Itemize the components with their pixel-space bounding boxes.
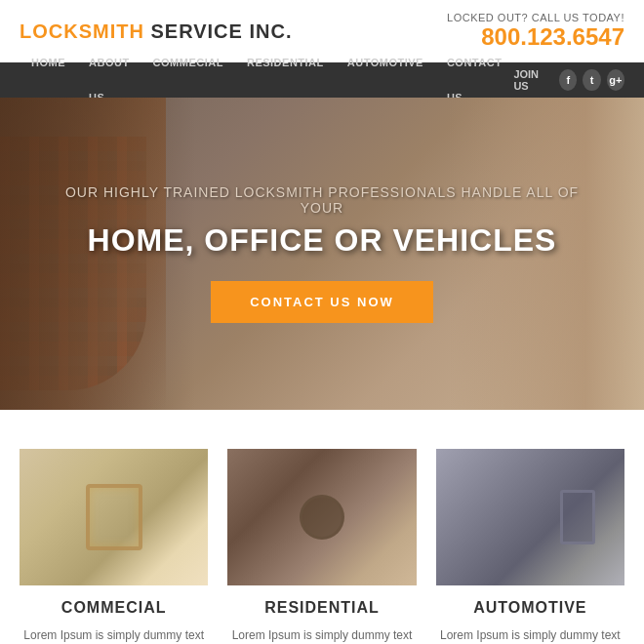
nav-social: JOIN US f t g+ <box>513 68 624 92</box>
join-label: JOIN US <box>513 68 549 92</box>
feature-desc-automotive: Lorem Ipsum is simply dummy text of the … <box>436 626 624 644</box>
site-logo: LOCKSMITH SERVICE INC. <box>20 20 292 43</box>
contact-us-button[interactable]: CONTACT US NOW <box>211 281 433 323</box>
logo-locksmith: LOCKSMITH <box>20 20 144 42</box>
feature-image-commercial <box>20 449 208 585</box>
feature-title-automotive: AUTOMOTIVE <box>436 599 624 617</box>
hero-section: Our Highly Trained Locksmith Professiona… <box>0 98 644 410</box>
features-section: COMMECIAL Lorem Ipsum is simply dummy te… <box>0 410 644 644</box>
main-nav: HOME ABOUT US COMMECIAL RESIDENTIAL AUTO… <box>0 62 644 98</box>
facebook-icon[interactable]: f <box>559 69 577 91</box>
feature-title-residential: RESIDENTIAL <box>227 599 416 617</box>
feature-title-commercial: COMMECIAL <box>20 599 208 617</box>
logo-service: SERVICE INC. <box>144 20 293 42</box>
hero-subtitle: Our Highly Trained Locksmith Professiona… <box>59 184 585 216</box>
feature-card-residential: RESIDENTIAL Lorem Ipsum is simply dummy … <box>227 449 416 644</box>
feature-desc-commercial: Lorem Ipsum is simply dummy text of the … <box>20 626 208 644</box>
hero-title: HOME, OFFICE OR VEHICLES <box>59 223 585 258</box>
feature-card-commercial: COMMECIAL Lorem Ipsum is simply dummy te… <box>20 449 208 644</box>
call-text: Locked Out? Call Us Today! <box>447 12 624 23</box>
feature-desc-residential: Lorem Ipsum is simply dummy text of the … <box>227 626 416 644</box>
feature-card-automotive: AUTOMOTIVE Lorem Ipsum is simply dummy t… <box>436 449 624 644</box>
googleplus-icon[interactable]: g+ <box>607 69 624 91</box>
feature-image-automotive <box>436 449 624 585</box>
features-grid: COMMECIAL Lorem Ipsum is simply dummy te… <box>20 449 624 644</box>
hero-content: Our Highly Trained Locksmith Professiona… <box>0 184 644 323</box>
feature-image-residential <box>227 449 416 585</box>
twitter-icon[interactable]: t <box>583 69 600 91</box>
